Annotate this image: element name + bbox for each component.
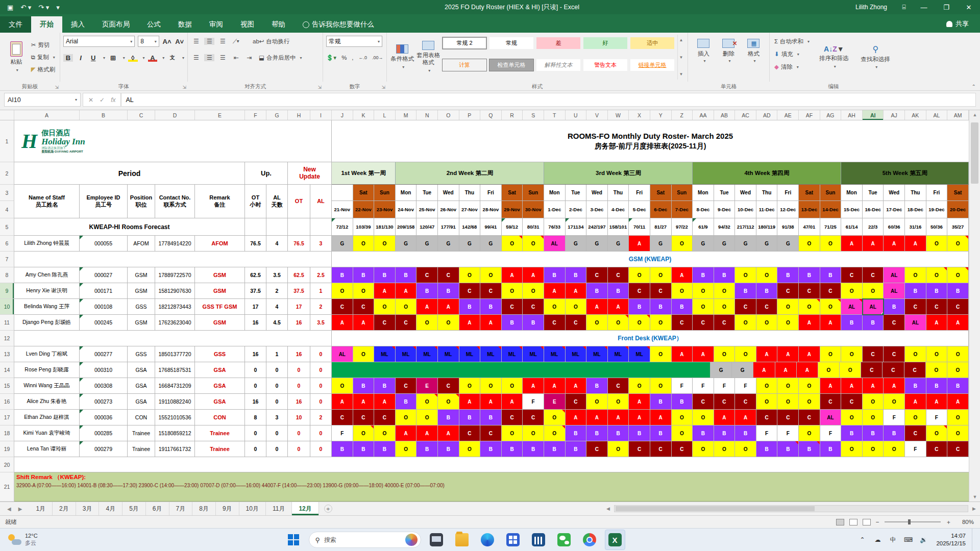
roster-cell[interactable]: B — [332, 267, 353, 283]
roster-cell[interactable]: O — [714, 346, 736, 362]
align-left-icon[interactable]: ☰ — [191, 54, 201, 61]
roster-cell[interactable]: A — [374, 283, 396, 299]
roster-cell[interactable]: O — [840, 362, 861, 378]
roster-cell[interactable]: B — [438, 283, 459, 299]
roster-cell[interactable]: A — [629, 236, 650, 252]
fill-button[interactable]: ⬇填充▾ — [773, 48, 811, 60]
cell[interactable] — [245, 218, 266, 236]
roster-cell[interactable]: A — [775, 362, 797, 378]
vertical-scrollbar[interactable]: ▲ ▼ — [969, 110, 980, 502]
roster-cell[interactable]: O — [863, 441, 884, 457]
roster-cell[interactable]: AL — [884, 283, 905, 299]
row-header-13[interactable]: 13 — [0, 346, 14, 362]
insert-cells-button[interactable]: 插入▾ — [692, 35, 716, 63]
column-header-AI[interactable]: AI — [863, 110, 884, 120]
decrease-decimal-icon[interactable]: .00→ — [372, 55, 383, 60]
zoom-out-icon[interactable]: − — [876, 519, 879, 525]
column-header-AB[interactable]: AB — [714, 110, 736, 120]
column-header-U[interactable]: U — [566, 110, 587, 120]
row-header-19[interactable]: 19 — [0, 441, 14, 457]
staff-position[interactable]: GSA — [128, 362, 155, 378]
forecast-cell[interactable]: 76/33 — [544, 218, 566, 236]
column-header-X[interactable]: X — [629, 110, 650, 120]
roster-cell[interactable]: C — [332, 299, 353, 315]
column-header-AK[interactable]: AK — [905, 110, 926, 120]
roster-cell[interactable]: O — [502, 378, 523, 394]
staff-ot-hours[interactable]: 0 — [245, 378, 266, 394]
roster-cell[interactable]: C — [629, 441, 650, 457]
roster-cell[interactable]: O — [905, 410, 926, 425]
roster-cell[interactable]: B — [735, 283, 756, 299]
number-dialog-launcher[interactable]: ⇲ — [381, 85, 385, 90]
roster-cell[interactable]: C — [374, 315, 396, 331]
hscroll-right-icon[interactable]: ▶ — [968, 506, 980, 511]
roster-cell[interactable]: A — [799, 346, 820, 362]
roster-cell[interactable]: O — [332, 378, 353, 394]
column-header-V[interactable]: V — [586, 110, 608, 120]
format-as-table-button[interactable]: 套用表格格式▾ — [414, 35, 442, 80]
roster-cell[interactable]: ML — [608, 346, 629, 362]
roster-cell[interactable]: B — [353, 441, 375, 457]
roster-cell[interactable]: B — [459, 299, 481, 315]
roster-cell[interactable]: A — [799, 315, 820, 331]
roster-cell[interactable]: C — [756, 299, 778, 315]
cell-style-差[interactable]: 差 — [536, 37, 581, 49]
ime-language-indicator[interactable]: 中 — [886, 530, 899, 550]
roster-cell[interactable]: C — [438, 378, 459, 394]
roster-cell[interactable]: O — [693, 410, 714, 425]
cell-style-计算[interactable]: 计算 — [442, 59, 487, 71]
roster-cell[interactable]: C — [566, 315, 587, 331]
roster-cell[interactable]: B — [374, 441, 396, 457]
roster-cell[interactable]: A — [672, 267, 693, 283]
underline-button[interactable]: U — [88, 54, 98, 62]
roster-cell[interactable]: O — [714, 441, 736, 457]
roster-cell[interactable]: C — [396, 378, 417, 394]
tell-me-box[interactable]: 告诉我你想要做什么 — [294, 16, 383, 33]
sheet-tab-10月[interactable]: 10月 — [239, 502, 266, 515]
roster-cell[interactable]: A — [753, 362, 775, 378]
staff-remark[interactable]: GSM — [195, 267, 245, 283]
horizontal-scrollbar[interactable]: ◀ ▶ — [602, 502, 980, 515]
staff-al-days[interactable]: 0 — [266, 378, 288, 394]
roster-cell[interactable]: C — [926, 299, 948, 315]
roster-cell[interactable]: O — [672, 236, 693, 252]
column-header-M[interactable]: M — [396, 110, 417, 120]
roster-cell[interactable]: O — [523, 236, 544, 252]
staff-position[interactable]: GSA — [128, 394, 155, 410]
roster-cell[interactable]: G — [735, 236, 756, 252]
staff-position[interactable]: GSS — [128, 346, 155, 362]
staff-ot-hours[interactable]: 16 — [245, 346, 266, 362]
page-layout-view-icon[interactable] — [849, 519, 857, 525]
staff-position[interactable]: CON — [128, 410, 155, 425]
staff-al-update[interactable]: 1 — [310, 283, 332, 299]
column-header-AL[interactable]: AL — [926, 110, 948, 120]
staff-al-days[interactable]: 4 — [266, 299, 288, 315]
roster-cell[interactable]: O — [586, 394, 608, 410]
staff-ot-update[interactable]: 17 — [288, 299, 310, 315]
staff-name[interactable]: Henry Xie 谢沃明 — [14, 283, 80, 299]
align-top-icon[interactable]: ☰ — [191, 38, 201, 45]
new-sheet-button[interactable]: ＋ — [324, 505, 332, 513]
roster-cell[interactable]: O — [374, 236, 396, 252]
leave-band[interactable] — [332, 362, 710, 378]
roster-cell[interactable]: A — [523, 267, 544, 283]
staff-al-update[interactable]: 0 — [310, 346, 332, 362]
roster-cell[interactable]: B — [566, 267, 587, 283]
staff-name[interactable]: Django Peng 彭瑷皓 — [14, 315, 80, 331]
staff-name[interactable]: Kimi Yuan 袁宇峻琦 — [14, 425, 80, 441]
roster-cell[interactable]: A — [586, 299, 608, 315]
forecast-cell[interactable]: 120/47 — [416, 218, 438, 236]
roster-cell[interactable]: O — [396, 441, 417, 457]
roster-cell[interactable]: F — [777, 425, 799, 441]
roster-cell[interactable]: A — [797, 362, 818, 378]
roster-cell[interactable]: O — [629, 267, 650, 283]
staff-remark[interactable]: Trainee — [195, 441, 245, 457]
roster-cell[interactable]: A — [672, 346, 693, 362]
roster-cell[interactable]: C — [374, 410, 396, 425]
tray-expand-icon[interactable]: ⌃ — [855, 530, 869, 550]
forecast-cell[interactable]: 22/3 — [863, 218, 884, 236]
column-header-E[interactable]: E — [195, 110, 245, 120]
roster-cell[interactable]: ML — [566, 346, 587, 362]
roster-cell[interactable]: A — [820, 378, 842, 394]
staff-id[interactable]: 000285 — [80, 425, 128, 441]
